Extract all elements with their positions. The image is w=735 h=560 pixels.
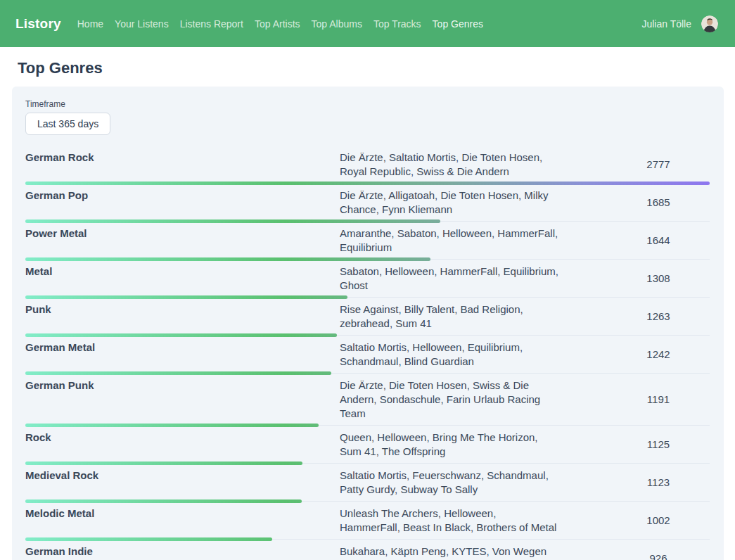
genre-count: 1644	[608, 227, 709, 255]
nav-item-top-tracks[interactable]: Top Tracks	[373, 18, 421, 30]
genre-name: Rock	[25, 431, 340, 459]
user-name[interactable]: Julian Tölle	[641, 18, 691, 30]
nav-item-home[interactable]: Home	[77, 18, 103, 30]
genre-name: Metal	[25, 265, 340, 293]
navbar-user-area: Julian Tölle	[641, 15, 718, 32]
genre-name: German Indie	[25, 545, 340, 560]
genre-artists: Saltatio Mortis, Feuerschwanz, Schandmau…	[340, 469, 608, 497]
main-content: Top Genres Timeframe Last 365 days Germa…	[0, 59, 735, 560]
genre-count: 1123	[608, 469, 709, 497]
navbar: Listory HomeYour ListensListens ReportTo…	[0, 0, 735, 47]
nav-item-top-genres[interactable]: Top Genres	[433, 18, 483, 30]
genre-artists: Queen, Helloween, Bring Me The Horizon, …	[340, 431, 608, 459]
timeframe-filter: Timeframe Last 365 days	[25, 99, 710, 135]
genre-count: 1263	[608, 303, 709, 331]
genre-row: Power Metal Amaranthe, Sabaton, Hellowee…	[25, 222, 710, 260]
genre-name: Punk	[25, 303, 340, 331]
genre-artists: Sabaton, Helloween, HammerFall, Equilibr…	[340, 265, 608, 293]
genre-row: Melodic Metal Unleash The Archers, Hello…	[25, 502, 710, 540]
genre-row: German Indie Bukahara, Käptn Peng, KYTES…	[25, 540, 710, 560]
genre-name: Power Metal	[25, 227, 340, 255]
genre-count: 1002	[608, 507, 709, 535]
genre-name: Melodic Metal	[25, 507, 340, 535]
genre-count: 926	[608, 545, 709, 560]
nav-item-top-albums[interactable]: Top Albums	[312, 18, 362, 30]
genre-row: Metal Sabaton, Helloween, HammerFall, Eq…	[25, 260, 710, 298]
genre-count: 1191	[608, 378, 709, 421]
genre-artists: Die Ärzte, Saltatio Mortis, Die Toten Ho…	[340, 151, 608, 179]
genre-artists: Die Ärzte, Die Toten Hosen, Swiss & Die …	[340, 378, 608, 421]
timeframe-select[interactable]: Last 365 days	[25, 113, 110, 135]
genre-name: German Rock	[25, 151, 340, 179]
genres-table: German Rock Die Ärzte, Saltatio Mortis, …	[25, 146, 710, 560]
page-title: Top Genres	[18, 59, 735, 77]
genre-row: Punk Rise Against, Billy Talent, Bad Rel…	[25, 298, 710, 336]
main-nav: HomeYour ListensListens ReportTop Artist…	[77, 18, 642, 30]
genre-name: Medieval Rock	[25, 469, 340, 497]
genre-row: Medieval Rock Saltatio Mortis, Feuerschw…	[25, 464, 710, 502]
genre-count: 1685	[608, 189, 709, 217]
genre-artists: Die Ärzte, Alligatoah, Die Toten Hosen, …	[340, 189, 608, 217]
genre-name: German Pop	[25, 189, 340, 217]
genre-row: German Punk Die Ärzte, Die Toten Hosen, …	[25, 374, 710, 426]
genre-artists: Rise Against, Billy Talent, Bad Religion…	[340, 303, 608, 331]
genre-row: Rock Queen, Helloween, Bring Me The Hori…	[25, 426, 710, 464]
top-genres-card: Timeframe Last 365 days German Rock Die …	[12, 87, 724, 560]
genre-artists: Amaranthe, Sabaton, Helloween, HammerFal…	[340, 227, 608, 255]
nav-item-your-listens[interactable]: Your Listens	[115, 18, 169, 30]
nav-item-top-artists[interactable]: Top Artists	[255, 18, 300, 30]
genre-count: 1308	[608, 265, 709, 293]
person-photo-icon	[701, 15, 718, 32]
timeframe-label: Timeframe	[25, 99, 710, 109]
genre-row: German Rock Die Ärzte, Saltatio Mortis, …	[25, 146, 710, 184]
genre-row: German Metal Saltatio Mortis, Helloween,…	[25, 336, 710, 374]
genre-name: German Punk	[25, 378, 340, 421]
nav-item-listens-report[interactable]: Listens Report	[180, 18, 243, 30]
genre-artists: Bukahara, Käptn Peng, KYTES, Von Wegen L…	[340, 545, 608, 560]
genre-artists: Saltatio Mortis, Helloween, Equilibrium,…	[340, 341, 608, 369]
genre-count: 2777	[608, 151, 709, 179]
genre-artists: Unleash The Archers, Helloween, HammerFa…	[340, 507, 608, 535]
user-avatar-icon[interactable]	[701, 15, 718, 32]
genre-name: German Metal	[25, 341, 340, 369]
genre-count: 1242	[608, 341, 709, 369]
genre-count: 1125	[608, 431, 709, 459]
app-logo[interactable]: Listory	[15, 16, 61, 32]
genre-row: German Pop Die Ärzte, Alligatoah, Die To…	[25, 184, 710, 222]
